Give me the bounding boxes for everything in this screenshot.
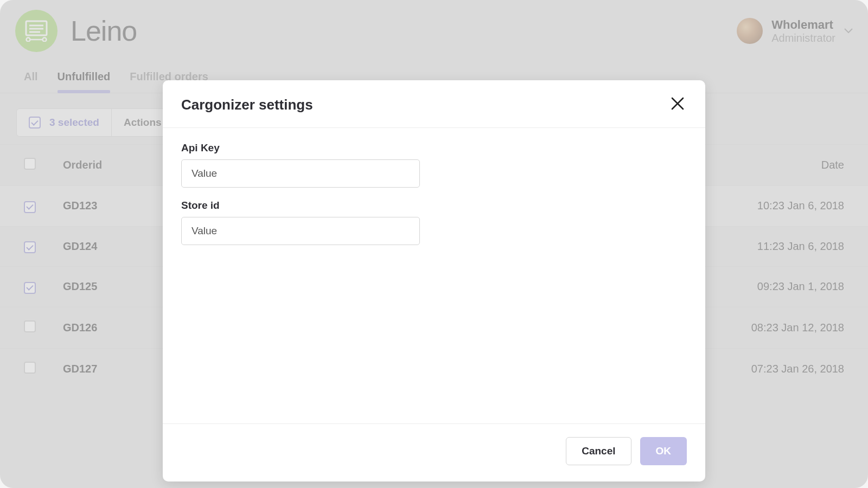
field-apikey: Api Key [181, 142, 687, 188]
modal-overlay: Cargonizer settings Api Key Store id Can… [0, 0, 868, 488]
field-storeid: Store id [181, 200, 687, 245]
cancel-button[interactable]: Cancel [566, 437, 631, 465]
modal-footer: Cancel OK [163, 423, 705, 481]
storeid-input[interactable] [181, 217, 420, 245]
storeid-label: Store id [181, 200, 687, 211]
modal-body: Api Key Store id [163, 128, 705, 423]
ok-button[interactable]: OK [640, 437, 687, 465]
apikey-input[interactable] [181, 159, 420, 188]
cargonizer-settings-modal: Cargonizer settings Api Key Store id Can… [163, 80, 705, 481]
modal-title: Cargonizer settings [181, 97, 313, 113]
apikey-label: Api Key [181, 142, 687, 154]
close-icon[interactable] [668, 94, 687, 115]
app-frame: Leino Wholemart Administrator All Unfulf… [0, 0, 868, 488]
modal-header: Cargonizer settings [163, 80, 705, 128]
